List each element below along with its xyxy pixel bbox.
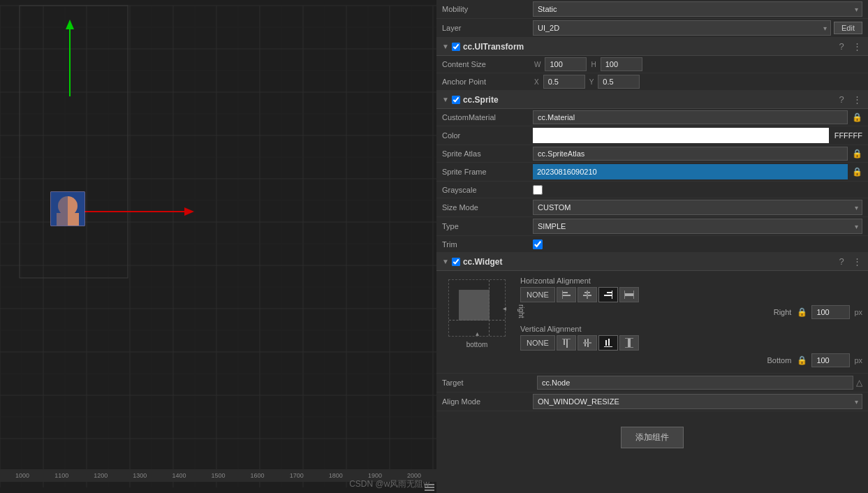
align-mode-select[interactable]: ON_WINDOW_RESIZE ALWAYS ONCE <box>533 394 862 409</box>
ui-transform-checkbox[interactable] <box>452 43 460 51</box>
widget-help-icon[interactable]: ? <box>836 256 847 267</box>
widget-icons: ? ⋮ <box>836 256 862 267</box>
widget-title: cc.Widget <box>463 257 836 267</box>
content-size-w-input[interactable] <box>545 57 587 71</box>
sprite-section-header: ▼ cc.Sprite ? ⋮ <box>436 91 868 109</box>
svg-rect-59 <box>625 293 633 296</box>
widget-preview-box: ◂ ▴ <box>448 279 506 337</box>
align-middle-v-icon <box>582 337 593 348</box>
svg-rect-50 <box>562 292 568 293</box>
svg-rect-62 <box>564 339 565 345</box>
right-lock-icon: 🔒 <box>797 307 807 317</box>
widget-checkbox[interactable] <box>452 258 460 266</box>
h-align-stretch-btn[interactable] <box>619 287 639 302</box>
svg-rect-57 <box>604 295 612 296</box>
sprite-more-icon[interactable]: ⋮ <box>851 94 862 105</box>
sprite-atlas-lock-icon: 🔒 <box>852 149 862 159</box>
align-left-icon <box>561 289 572 300</box>
custom-material-input[interactable] <box>533 110 848 124</box>
svg-rect-71 <box>628 339 631 347</box>
svg-rect-68 <box>605 340 607 346</box>
anchor-point-label: Anchor Point <box>442 78 533 86</box>
content-size-h-input[interactable] <box>601 57 642 71</box>
h-align-title: Horizontal Alignment <box>520 277 862 285</box>
add-component-button[interactable]: 添加组件 <box>621 427 684 448</box>
color-hex-value: FFFFFF <box>834 131 862 140</box>
grayscale-row: Grayscale <box>436 182 868 198</box>
layer-row: Layer UI_2D Edit <box>436 19 868 38</box>
mobility-select-wrapper[interactable]: Static <box>533 1 862 17</box>
anchor-point-row: Anchor Point X Y <box>436 73 868 91</box>
svg-rect-69 <box>608 339 610 346</box>
h-align-none-btn[interactable]: NONE <box>520 287 555 302</box>
ui-transform-more-icon[interactable]: ⋮ <box>851 41 862 52</box>
widget-chevron-icon[interactable]: ▼ <box>442 258 449 265</box>
widget-more-icon[interactable]: ⋮ <box>851 256 862 267</box>
sprite-frame-display[interactable]: 20230816090210 <box>533 164 848 179</box>
widget-content: ◂ ▴ right bottom <box>436 271 868 374</box>
svg-rect-61 <box>633 290 634 299</box>
right-value-input[interactable] <box>811 305 850 319</box>
h-align-buttons: NONE <box>520 287 862 302</box>
trim-row: Trim <box>436 236 868 253</box>
h-align-right-btn[interactable] <box>598 287 618 302</box>
sprite-frame-row: Sprite Frame 20230816090210 🔒 <box>436 163 868 182</box>
bottom-value-row: Bottom 🔒 px <box>520 353 862 367</box>
custom-material-value: 🔒 <box>533 110 862 124</box>
target-value: △ <box>537 376 862 390</box>
size-mode-select[interactable]: CUSTOM TRIMMED RAW <box>533 200 862 215</box>
ui-transform-chevron-icon[interactable]: ▼ <box>442 43 449 50</box>
color-label: Color <box>442 131 533 140</box>
sprite-help-icon[interactable]: ? <box>836 94 847 105</box>
custom-material-label: CustomMaterial <box>442 113 533 122</box>
ui-transform-help-icon[interactable]: ? <box>836 41 847 52</box>
v-align-middle-btn[interactable] <box>578 335 597 351</box>
v-align-top-btn[interactable] <box>557 335 576 351</box>
main-layout: 1000 1100 1200 1300 1400 1500 1600 1700 … <box>0 0 868 493</box>
trim-value <box>533 240 862 249</box>
size-mode-select-wrapper[interactable]: CUSTOM TRIMMED RAW <box>533 200 862 215</box>
anchor-point-x-input[interactable] <box>543 75 585 89</box>
add-component-container: 添加组件 <box>436 411 868 464</box>
sprite-atlas-input[interactable] <box>533 147 848 161</box>
align-mode-label: Align Mode <box>442 397 533 406</box>
h-label: H <box>591 61 596 68</box>
right-label: right <box>517 304 525 318</box>
grayscale-label: Grayscale <box>442 186 533 194</box>
anchor-y-label: Y <box>589 78 594 86</box>
right-value-label: Right <box>523 308 791 316</box>
w-label: W <box>534 61 540 68</box>
layer-select[interactable]: UI_2D <box>533 20 831 36</box>
right-unit: px <box>854 308 862 316</box>
type-select-wrapper[interactable]: SIMPLE SLICED TILED FILLED <box>533 219 862 234</box>
type-select[interactable]: SIMPLE SLICED TILED FILLED <box>533 219 862 234</box>
h-align-left-btn[interactable] <box>557 287 576 302</box>
align-mode-select-wrapper[interactable]: ON_WINDOW_RESIZE ALWAYS ONCE <box>533 394 862 409</box>
v-align-stretch-btn[interactable] <box>619 335 639 351</box>
trim-checkbox[interactable] <box>533 240 543 249</box>
bottom-value-input[interactable] <box>811 353 850 367</box>
grayscale-checkbox[interactable] <box>533 185 543 195</box>
sprite-chevron-icon[interactable]: ▼ <box>442 96 449 103</box>
v-align-bottom-btn[interactable] <box>598 335 618 351</box>
layer-edit-button[interactable]: Edit <box>834 22 862 34</box>
target-label: Target <box>442 378 533 387</box>
mobility-label: Mobility <box>442 5 533 13</box>
layer-label: Layer <box>442 24 533 32</box>
sprite-frame-lock-icon: 🔒 <box>852 167 862 177</box>
sprite-checkbox[interactable] <box>452 96 460 104</box>
mobility-select[interactable]: Static <box>533 1 862 17</box>
color-picker[interactable] <box>533 128 829 143</box>
target-input[interactable] <box>537 376 853 390</box>
ruler-mark: 1200 <box>81 472 120 479</box>
anchor-point-y-input[interactable] <box>598 75 640 89</box>
content-size-value: W H <box>533 57 862 71</box>
color-row: Color FFFFFF <box>436 126 868 145</box>
h-align-center-btn[interactable] <box>578 287 597 302</box>
v-align-none-btn[interactable]: NONE <box>520 335 555 351</box>
widget-section-header: ▼ cc.Widget ? ⋮ <box>436 253 868 271</box>
target-arrow-icon: △ <box>856 378 862 388</box>
h-align-section: Horizontal Alignment NONE <box>520 277 862 302</box>
align-mode-row: Align Mode ON_WINDOW_RESIZE ALWAYS ONCE <box>436 392 868 411</box>
layer-select-wrapper[interactable]: UI_2D <box>533 20 831 36</box>
